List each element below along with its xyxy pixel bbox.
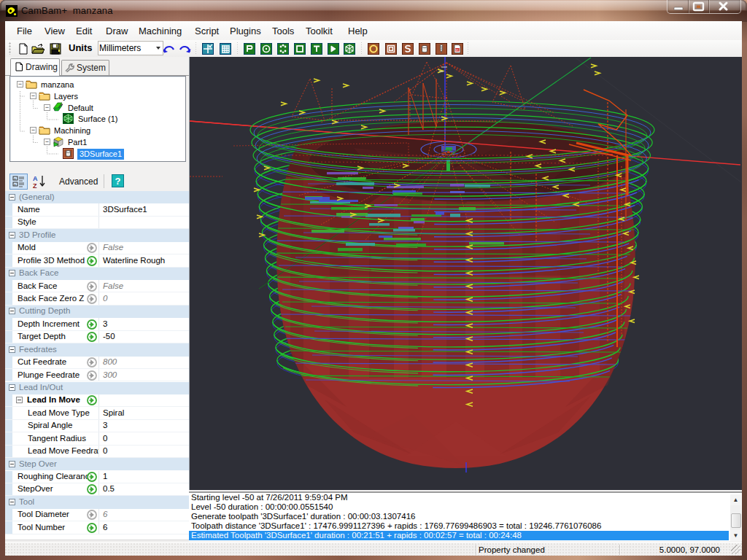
svg-text:+: + [14,176,16,181]
svg-text:+: + [14,182,16,187]
svg-text:A: A [33,175,38,182]
svg-text:Z: Z [33,182,37,190]
svg-text:MC: MC [455,48,460,51]
